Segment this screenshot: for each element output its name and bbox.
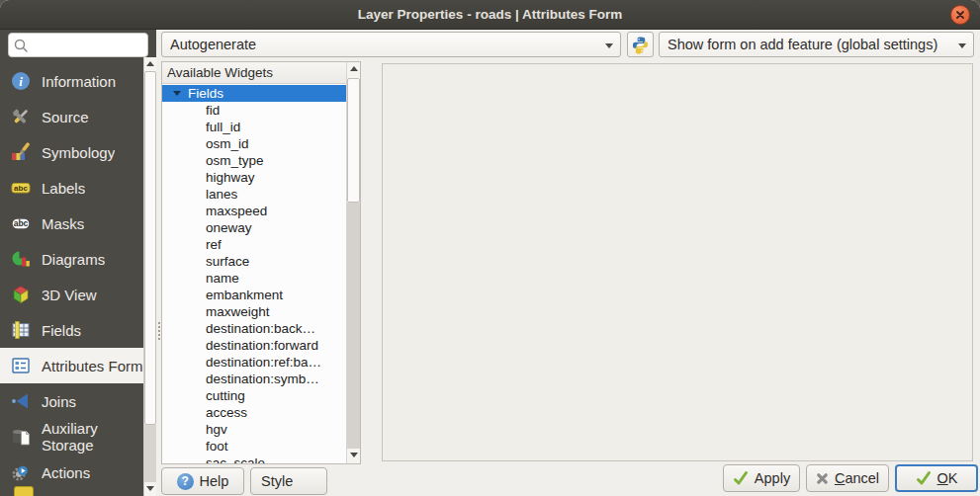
sidebar-search[interactable]: [8, 33, 148, 57]
sidebar-item-masks[interactable]: abc Masks: [0, 206, 144, 241]
tree-field-item[interactable]: access: [162, 404, 346, 421]
tree-field-item[interactable]: destination:forward: [162, 337, 346, 354]
chevron-down-icon: [605, 43, 613, 48]
masks-icon: abc: [10, 213, 32, 233]
sidebar-item-attributes-form[interactable]: Attributes Form: [0, 348, 144, 383]
sidebar-scrollbar[interactable]: [143, 57, 156, 496]
help-button[interactable]: ? Help: [161, 467, 244, 495]
tree-field-item[interactable]: hgv: [162, 421, 346, 438]
available-widgets-panel: Available Widgets Fields fid full_id osm…: [161, 61, 361, 464]
svg-text:i: i: [19, 74, 23, 89]
fields-icon: [10, 320, 32, 340]
sidebar-item-joins[interactable]: Joins: [0, 383, 144, 419]
tree-field-item[interactable]: surface: [162, 253, 346, 270]
apply-button[interactable]: Apply: [723, 464, 800, 492]
search-input[interactable]: [33, 35, 143, 55]
help-icon: ?: [177, 473, 194, 490]
editor-layout-value: Autogenerate: [170, 37, 256, 52]
expander-down-icon[interactable]: [173, 91, 181, 96]
tree-field-item[interactable]: ref: [162, 236, 346, 253]
cancel-button[interactable]: Cancel: [806, 464, 889, 492]
sidebar-item-partial-icon: [14, 486, 34, 496]
auxiliary-storage-icon: [10, 427, 32, 447]
tree-field-item[interactable]: embankment: [162, 287, 346, 303]
splitter-handle[interactable]: [158, 322, 160, 342]
sidebar-item-source[interactable]: Source: [0, 99, 144, 134]
editor-layout-combobox[interactable]: Autogenerate: [161, 32, 621, 57]
style-button[interactable]: Style: [250, 467, 327, 495]
close-button[interactable]: [950, 5, 970, 25]
sidebar-item-diagrams[interactable]: Diagrams: [0, 241, 144, 277]
joins-icon: [10, 391, 32, 411]
tree-node-fields[interactable]: Fields: [162, 85, 346, 102]
tree-field-item[interactable]: osm_id: [162, 135, 346, 152]
tree-field-item[interactable]: oneway: [162, 219, 346, 236]
diagrams-icon: [10, 249, 32, 269]
source-icon: [10, 107, 32, 126]
tree-field-item[interactable]: maxspeed: [162, 203, 346, 219]
sidebar-item-auxiliary-storage[interactable]: Auxiliary Storage: [0, 419, 144, 455]
available-widgets-header: Available Widgets: [162, 62, 346, 84]
actions-icon: [10, 462, 32, 482]
tree-field-item[interactable]: full_id: [162, 119, 346, 135]
information-icon: i: [10, 71, 32, 91]
tree-field-item[interactable]: destination:ref:ba…: [162, 354, 346, 371]
labels-icon: abc: [10, 178, 32, 198]
scroll-up-icon[interactable]: [144, 57, 156, 71]
sidebar: i Information Source: [0, 30, 156, 496]
python-init-function-button[interactable]: [627, 32, 654, 57]
tree-field-item[interactable]: destination:back…: [162, 320, 346, 337]
tree-field-item[interactable]: name: [162, 270, 346, 287]
fields-tree: Fields fid full_id osm_id osm_type highw…: [162, 85, 346, 463]
search-icon: [13, 38, 29, 53]
tree-scrollbar[interactable]: [346, 62, 360, 463]
sidebar-scrollbar-thumb[interactable]: [144, 71, 156, 425]
ok-button[interactable]: OK: [895, 464, 978, 492]
tree-scrollbar-thumb[interactable]: [347, 78, 360, 203]
scroll-down-icon[interactable]: [347, 449, 360, 463]
sidebar-item-fields[interactable]: Fields: [0, 312, 144, 348]
check-icon: [916, 470, 932, 486]
tree-field-item[interactable]: destination:symb…: [162, 371, 346, 387]
form-layout-area: [382, 63, 973, 461]
tree-field-item[interactable]: fid: [162, 102, 346, 119]
sidebar-item-3d-view[interactable]: 3D View: [0, 277, 144, 312]
tree-field-item[interactable]: highway: [162, 169, 346, 186]
svg-text:abc: abc: [14, 184, 28, 193]
form-on-add-value: Show form on add feature (global setting…: [668, 37, 937, 52]
symbology-icon: [10, 142, 32, 162]
sidebar-item-actions[interactable]: Actions: [0, 455, 144, 490]
cross-icon: [816, 472, 829, 485]
tree-field-item[interactable]: lanes: [162, 186, 346, 203]
python-icon: [631, 36, 650, 54]
tree-field-item[interactable]: sac_scale: [162, 455, 346, 463]
sidebar-item-information[interactable]: i Information: [0, 63, 144, 99]
layer-properties-dialog: Layer Properties - roads | Attributes Fo…: [0, 0, 980, 496]
close-icon: [955, 10, 965, 20]
tree-field-item[interactable]: foot: [162, 438, 346, 455]
tree-field-item[interactable]: osm_type: [162, 152, 346, 169]
sidebar-item-symbology[interactable]: Symbology: [0, 134, 144, 170]
3d-view-icon: [10, 285, 32, 304]
svg-text:abc: abc: [14, 218, 29, 228]
sidebar-item-labels[interactable]: abc Labels: [0, 170, 144, 206]
titlebar[interactable]: Layer Properties - roads | Attributes Fo…: [0, 0, 980, 30]
chevron-down-icon: [958, 43, 966, 48]
form-on-add-combobox[interactable]: Show form on add feature (global setting…: [659, 32, 974, 57]
tree-field-item[interactable]: cutting: [162, 387, 346, 404]
window-title: Layer Properties - roads | Attributes Fo…: [0, 0, 980, 29]
scroll-up-icon[interactable]: [347, 62, 360, 77]
scroll-down-icon[interactable]: [144, 482, 156, 496]
tree-field-item[interactable]: maxweight: [162, 303, 346, 320]
attributes-form-icon: [10, 356, 32, 375]
check-icon: [733, 470, 749, 486]
sidebar-nav: i Information Source: [0, 63, 144, 490]
